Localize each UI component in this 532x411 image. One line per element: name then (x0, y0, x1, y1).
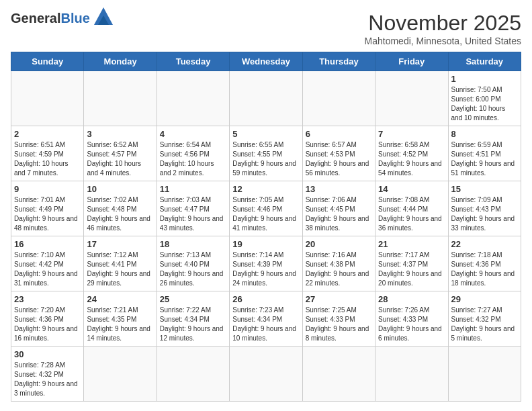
day-number: 23 (14, 294, 81, 304)
calendar-day: 12Sunrise: 7:05 AM Sunset: 4:46 PM Dayli… (230, 181, 302, 236)
day-number: 15 (451, 184, 518, 194)
logo-blue-text: Blue (60, 11, 89, 26)
day-number: 3 (87, 129, 153, 139)
day-number: 2 (14, 129, 81, 139)
day-number: 16 (14, 239, 81, 249)
calendar-day: 16Sunrise: 7:10 AM Sunset: 4:42 PM Dayli… (11, 236, 84, 291)
day-number: 18 (160, 239, 226, 249)
calendar-day (448, 347, 521, 402)
day-info: Sunrise: 7:01 AM Sunset: 4:49 PM Dayligh… (14, 195, 81, 233)
day-info: Sunrise: 6:54 AM Sunset: 4:56 PM Dayligh… (160, 140, 226, 178)
day-number: 6 (306, 129, 372, 139)
day-number: 14 (378, 184, 445, 194)
day-number: 8 (451, 129, 518, 139)
day-number: 1 (451, 74, 518, 84)
day-info: Sunrise: 7:22 AM Sunset: 4:34 PM Dayligh… (160, 306, 226, 343)
header-friday: Friday (375, 52, 448, 71)
day-number: 10 (87, 184, 153, 194)
calendar-day (230, 347, 302, 402)
day-number: 22 (451, 239, 518, 249)
calendar-day: 10Sunrise: 7:02 AM Sunset: 4:48 PM Dayli… (84, 181, 157, 236)
calendar-day (84, 71, 157, 126)
day-info: Sunrise: 7:21 AM Sunset: 4:35 PM Dayligh… (87, 306, 153, 343)
day-number: 4 (160, 129, 226, 139)
day-number: 26 (232, 294, 299, 304)
day-number: 20 (306, 239, 372, 249)
day-info: Sunrise: 7:06 AM Sunset: 4:45 PM Dayligh… (306, 195, 372, 233)
day-number: 9 (14, 184, 81, 194)
calendar-week-5: 23Sunrise: 7:20 AM Sunset: 4:36 PM Dayli… (11, 291, 521, 347)
day-info: Sunrise: 7:50 AM Sunset: 6:00 PM Dayligh… (451, 85, 518, 123)
calendar-day: 6Sunrise: 6:57 AM Sunset: 4:53 PM Daylig… (302, 126, 375, 181)
calendar-week-1: 1Sunrise: 7:50 AM Sunset: 6:00 PM Daylig… (11, 71, 521, 126)
calendar-week-2: 2Sunrise: 6:51 AM Sunset: 4:59 PM Daylig… (11, 126, 521, 181)
day-info: Sunrise: 7:14 AM Sunset: 4:39 PM Dayligh… (232, 250, 299, 288)
calendar-day: 11Sunrise: 7:03 AM Sunset: 4:47 PM Dayli… (157, 181, 229, 236)
calendar-day: 29Sunrise: 7:27 AM Sunset: 4:32 PM Dayli… (448, 291, 521, 347)
calendar-day: 13Sunrise: 7:06 AM Sunset: 4:45 PM Dayli… (302, 181, 375, 236)
calendar-day: 30Sunrise: 7:28 AM Sunset: 4:32 PM Dayli… (11, 347, 84, 402)
calendar-day: 5Sunrise: 6:55 AM Sunset: 4:55 PM Daylig… (230, 126, 302, 181)
calendar-day (375, 347, 448, 402)
day-number: 19 (232, 239, 299, 249)
day-number: 21 (378, 239, 445, 249)
calendar-day: 18Sunrise: 7:13 AM Sunset: 4:40 PM Dayli… (157, 236, 229, 291)
calendar-day (84, 347, 157, 402)
calendar-day: 9Sunrise: 7:01 AM Sunset: 4:49 PM Daylig… (11, 181, 84, 236)
day-info: Sunrise: 7:26 AM Sunset: 4:33 PM Dayligh… (378, 306, 445, 343)
day-info: Sunrise: 7:09 AM Sunset: 4:43 PM Dayligh… (451, 195, 518, 233)
calendar-day: 3Sunrise: 6:52 AM Sunset: 4:57 PM Daylig… (84, 126, 157, 181)
day-number: 11 (160, 184, 226, 194)
calendar-day: 1Sunrise: 7:50 AM Sunset: 6:00 PM Daylig… (448, 71, 521, 126)
day-number: 17 (87, 239, 153, 249)
header-thursday: Thursday (302, 52, 375, 71)
calendar-day: 24Sunrise: 7:21 AM Sunset: 4:35 PM Dayli… (84, 291, 157, 347)
calendar-day: 27Sunrise: 7:25 AM Sunset: 4:33 PM Dayli… (302, 291, 375, 347)
day-number: 7 (378, 129, 445, 139)
calendar-day: 2Sunrise: 6:51 AM Sunset: 4:59 PM Daylig… (11, 126, 84, 181)
calendar-day (157, 347, 229, 402)
calendar-week-6: 30Sunrise: 7:28 AM Sunset: 4:32 PM Dayli… (11, 347, 521, 402)
month-title: November 2025 (365, 11, 521, 36)
day-info: Sunrise: 6:58 AM Sunset: 4:52 PM Dayligh… (378, 140, 445, 178)
calendar-week-4: 16Sunrise: 7:10 AM Sunset: 4:42 PM Dayli… (11, 236, 521, 291)
calendar-day (11, 71, 84, 126)
calendar-header-row: SundayMondayTuesdayWednesdayThursdayFrid… (11, 52, 521, 71)
header-monday: Monday (84, 52, 157, 71)
calendar-day (302, 71, 375, 126)
day-number: 25 (160, 294, 226, 304)
calendar-day: 8Sunrise: 6:59 AM Sunset: 4:51 PM Daylig… (448, 126, 521, 181)
calendar-day: 21Sunrise: 7:17 AM Sunset: 4:37 PM Dayli… (375, 236, 448, 291)
title-area: November 2025 Mahtomedi, Minnesota, Unit… (365, 11, 521, 46)
header-saturday: Saturday (448, 52, 521, 71)
day-number: 13 (306, 184, 372, 194)
day-info: Sunrise: 7:27 AM Sunset: 4:32 PM Dayligh… (451, 306, 518, 343)
day-number: 29 (451, 294, 518, 304)
header-sunday: Sunday (11, 52, 84, 71)
day-info: Sunrise: 7:08 AM Sunset: 4:44 PM Dayligh… (378, 195, 445, 233)
day-info: Sunrise: 7:17 AM Sunset: 4:37 PM Dayligh… (378, 250, 445, 288)
calendar-day: 4Sunrise: 6:54 AM Sunset: 4:56 PM Daylig… (157, 126, 229, 181)
calendar-day: 20Sunrise: 7:16 AM Sunset: 4:38 PM Dayli… (302, 236, 375, 291)
calendar-day: 14Sunrise: 7:08 AM Sunset: 4:44 PM Dayli… (375, 181, 448, 236)
calendar-day: 26Sunrise: 7:23 AM Sunset: 4:34 PM Dayli… (230, 291, 302, 347)
calendar-day (157, 71, 229, 126)
calendar-day (230, 71, 302, 126)
header-wednesday: Wednesday (230, 52, 302, 71)
day-number: 24 (87, 294, 153, 304)
day-info: Sunrise: 7:23 AM Sunset: 4:34 PM Dayligh… (232, 306, 299, 343)
day-info: Sunrise: 7:10 AM Sunset: 4:42 PM Dayligh… (14, 250, 81, 288)
day-info: Sunrise: 6:57 AM Sunset: 4:53 PM Dayligh… (306, 140, 372, 178)
day-number: 5 (232, 129, 299, 139)
calendar-table: SundayMondayTuesdayWednesdayThursdayFrid… (11, 52, 521, 402)
calendar-day (375, 71, 448, 126)
logo-area: General Blue (11, 11, 113, 26)
day-info: Sunrise: 6:59 AM Sunset: 4:51 PM Dayligh… (451, 140, 518, 178)
calendar-day: 22Sunrise: 7:18 AM Sunset: 4:36 PM Dayli… (448, 236, 521, 291)
day-info: Sunrise: 7:18 AM Sunset: 4:36 PM Dayligh… (451, 250, 518, 288)
day-number: 30 (14, 349, 81, 359)
day-info: Sunrise: 6:52 AM Sunset: 4:57 PM Dayligh… (87, 140, 153, 178)
day-number: 28 (378, 294, 445, 304)
day-info: Sunrise: 7:12 AM Sunset: 4:41 PM Dayligh… (87, 250, 153, 288)
calendar-week-3: 9Sunrise: 7:01 AM Sunset: 4:49 PM Daylig… (11, 181, 521, 236)
